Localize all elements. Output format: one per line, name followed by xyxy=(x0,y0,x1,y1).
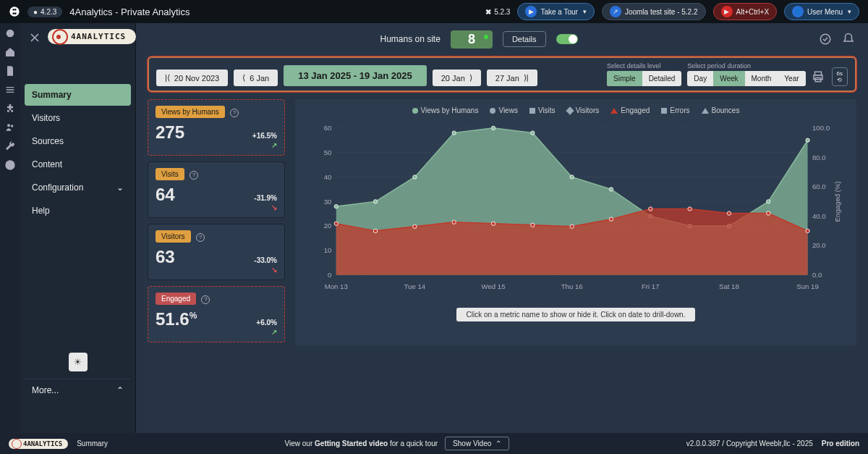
svg-point-57 xyxy=(570,224,574,228)
sidebar-more-button[interactable]: More...⌃ xyxy=(25,379,131,401)
plugin-icon[interactable] xyxy=(4,103,16,114)
svg-point-61 xyxy=(727,211,731,215)
svg-text:20.0: 20.0 xyxy=(812,241,826,249)
svg-text:Thu 16: Thu 16 xyxy=(561,282,583,290)
svg-point-62 xyxy=(767,211,770,215)
sidebar-item-visitors[interactable]: Visitors xyxy=(25,107,131,129)
metric-card[interactable]: Views by Humans ? 275 +16.5%↗ xyxy=(148,99,285,156)
svg-text:10: 10 xyxy=(324,246,332,254)
svg-text:Engaged (%): Engaged (%) xyxy=(833,181,841,222)
list-icon[interactable] xyxy=(4,84,16,96)
legend-item[interactable]: Errors xyxy=(661,106,689,114)
check-circle-icon[interactable] xyxy=(819,33,832,46)
chevron-right-icon: ⟩ xyxy=(469,73,472,83)
svg-text:Wed 15: Wed 15 xyxy=(482,282,506,290)
svg-point-38 xyxy=(373,200,377,203)
svg-text:Sat 18: Sat 18 xyxy=(719,282,739,290)
sidebar-item-content[interactable]: Content xyxy=(25,154,131,175)
sidebar-item-sources[interactable]: Sources xyxy=(25,130,131,152)
app-version-badge: ● 4.2.3 xyxy=(27,7,62,17)
file-icon[interactable] xyxy=(4,65,16,77)
take-tour-button[interactable]: ▶Take a Tour▾ xyxy=(517,3,595,20)
date-range-display[interactable]: 13 Jan 2025 - 19 Jan 2025 xyxy=(284,65,427,86)
bell-icon[interactable] xyxy=(842,33,855,46)
svg-point-54 xyxy=(452,220,456,224)
help-icon[interactable]: ? xyxy=(201,295,210,304)
svg-text:Fri 17: Fri 17 xyxy=(642,282,660,290)
chart-svg[interactable]: 01020304050600.020.040.060.080.0100.0Eng… xyxy=(305,119,846,300)
sidebar-item-help[interactable]: Help xyxy=(25,200,131,222)
legend-item[interactable]: Views xyxy=(490,106,518,114)
legend-item[interactable]: Engaged xyxy=(610,106,650,114)
sidebar-nav: Summary Visitors Sources Content Configu… xyxy=(25,84,131,222)
live-toggle[interactable] xyxy=(556,34,578,44)
svg-point-39 xyxy=(413,175,417,179)
svg-point-55 xyxy=(491,222,495,225)
close-icon[interactable] xyxy=(27,30,42,45)
prev-date-button[interactable]: ⟨6 Jan xyxy=(234,70,278,86)
svg-text:20: 20 xyxy=(324,222,332,230)
period-day-button[interactable]: Day xyxy=(687,71,713,86)
help-icon[interactable]: ? xyxy=(190,171,198,180)
chevron-down-icon: ⌄ xyxy=(116,182,124,193)
svg-point-52 xyxy=(373,229,377,232)
svg-text:Sun 19: Sun 19 xyxy=(796,282,818,290)
svg-text:100.0: 100.0 xyxy=(812,124,830,132)
metric-delta: -31.9%↘ xyxy=(254,194,277,211)
home-icon[interactable] xyxy=(4,46,16,58)
info-icon[interactable] xyxy=(4,159,16,171)
legend-item[interactable]: Bounces xyxy=(702,106,740,114)
metric-tag: Views by Humans xyxy=(156,106,225,118)
period-week-button[interactable]: Week xyxy=(713,71,744,86)
period-month-button[interactable]: Month xyxy=(745,71,778,86)
svg-point-4 xyxy=(820,34,830,44)
period-year-button[interactable]: Year xyxy=(778,71,805,86)
metric-value: 63 xyxy=(156,247,175,267)
wrench-icon[interactable] xyxy=(4,140,16,152)
print-icon[interactable] xyxy=(812,70,825,83)
refresh-button[interactable]: 6s⟲ xyxy=(832,67,848,86)
metric-delta: +6.0%↗ xyxy=(256,319,277,336)
sidebar-item-summary[interactable]: Summary xyxy=(25,84,131,106)
legend-item[interactable]: Visitors xyxy=(567,106,600,114)
humans-label: Humans on site xyxy=(380,34,441,44)
brand-logo: 4ANALYTICS xyxy=(48,29,136,44)
legend-item[interactable]: Visits xyxy=(529,106,556,114)
dashboard-icon[interactable] xyxy=(4,28,16,39)
details-button[interactable]: Details xyxy=(503,31,546,47)
metric-tag: Engaged xyxy=(156,293,196,305)
sidebar: 4ANALYTICS Summary Visitors Sources Cont… xyxy=(20,23,136,433)
svg-point-42 xyxy=(531,131,535,135)
svg-point-53 xyxy=(413,224,417,228)
legend-item[interactable]: Views by Humans xyxy=(412,106,479,114)
shortcut-button[interactable]: ▶Alt+Ctrl+X xyxy=(713,3,778,20)
metric-card[interactable]: Engaged ? 51.6% +6.0%↗ xyxy=(148,286,285,342)
users-icon[interactable] xyxy=(4,122,16,133)
show-video-button[interactable]: Show Video⌃ xyxy=(445,437,509,450)
svg-point-51 xyxy=(334,222,338,225)
icon-rail xyxy=(0,23,20,433)
chevron-down-icon: ▾ xyxy=(583,8,587,15)
details-detailed-button[interactable]: Detailed xyxy=(642,71,682,86)
metric-value: 51.6% xyxy=(156,309,197,329)
site-link-button[interactable]: ↗Joomla test site - 5.2.2 xyxy=(602,3,706,20)
svg-text:0.0: 0.0 xyxy=(812,271,822,279)
help-icon[interactable]: ? xyxy=(196,233,205,242)
user-menu-button[interactable]: 👤User Menu▾ xyxy=(784,3,859,20)
metric-card[interactable]: Visitors ? 63 -33.0%↘ xyxy=(148,224,285,280)
metric-value: 64 xyxy=(156,185,175,205)
last-date-button[interactable]: 27 Jan⟩| xyxy=(487,70,537,86)
footer-logo: 4ANALYTICS xyxy=(9,439,68,449)
sidebar-item-configuration[interactable]: Configuration⌄ xyxy=(25,177,131,198)
details-simple-button[interactable]: Simple xyxy=(607,71,642,86)
metric-card[interactable]: Visits ? 64 -31.9%↘ xyxy=(148,161,285,218)
metric-tag: Visitors xyxy=(156,230,191,243)
theme-toggle-button[interactable]: ☀ xyxy=(69,353,88,371)
help-icon[interactable]: ? xyxy=(230,109,239,117)
next-date-button[interactable]: 20 Jan⟩ xyxy=(433,70,481,86)
svg-point-3 xyxy=(5,160,14,169)
chart-panel: Views by HumansViewsVisitsVisitorsEngage… xyxy=(295,99,856,345)
chevron-up-icon: ⌃ xyxy=(116,385,124,395)
svg-point-44 xyxy=(609,188,613,191)
first-date-button[interactable]: |⟨20 Nov 2023 xyxy=(156,70,228,86)
